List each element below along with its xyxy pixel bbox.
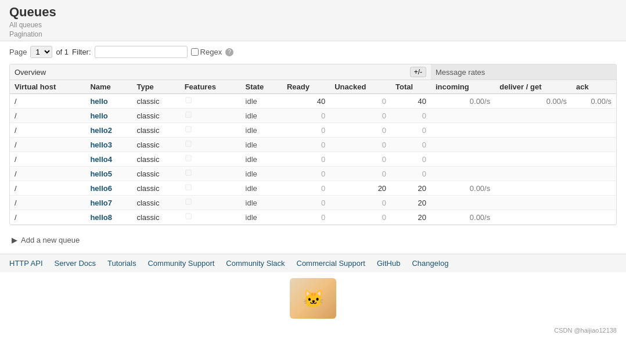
table-row: / hello5 classic idle 0 0 0 <box>10 167 616 181</box>
cell-ready: 0 <box>282 181 330 196</box>
cell-type: classic <box>132 138 179 152</box>
breadcrumb: All queues <box>9 21 617 29</box>
table-row: / hello3 classic idle 0 0 0 <box>10 138 616 152</box>
footer-link[interactable]: HTTP API <box>9 259 43 268</box>
cell-unacked: 0 <box>330 210 391 225</box>
cell-features <box>180 181 241 196</box>
cell-ack <box>571 210 616 225</box>
table-row: / hello classic idle 40 0 40 0.00/s 0.00… <box>10 94 616 109</box>
plus-minus-button[interactable]: +/- <box>410 67 426 77</box>
cell-unacked: 0 <box>330 152 391 167</box>
col-name: Name <box>85 80 132 94</box>
cell-name[interactable]: hello3 <box>85 138 132 152</box>
footer-link[interactable]: Commercial Support <box>297 259 366 268</box>
cell-type: classic <box>132 167 179 181</box>
cell-name[interactable]: hello <box>85 109 132 123</box>
cell-type: classic <box>132 94 179 109</box>
queues-table: Overview +/- Message rates Virtual host … <box>10 64 616 225</box>
cell-features <box>180 210 241 225</box>
cell-total: 0 <box>391 167 431 181</box>
cell-vhost: / <box>10 181 85 196</box>
cell-incoming <box>431 196 495 210</box>
watermark: CSDN @haijiao12138 <box>0 325 626 336</box>
page-select[interactable]: 1 <box>30 46 52 58</box>
help-icon[interactable]: ? <box>225 48 233 56</box>
message-rates-header: Message rates <box>431 64 616 80</box>
cell-type: classic <box>132 181 179 196</box>
cell-features <box>180 123 241 138</box>
cell-ack <box>571 123 616 138</box>
footer-link[interactable]: Server Docs <box>55 259 96 268</box>
cell-ready: 0 <box>282 123 330 138</box>
cell-features <box>180 109 241 123</box>
cell-total: 0 <box>391 123 431 138</box>
cell-unacked: 20 <box>330 181 391 196</box>
col-ack: ack <box>571 80 616 94</box>
footer-link[interactable]: Changelog <box>412 259 448 268</box>
cell-type: classic <box>132 123 179 138</box>
footer-link[interactable]: GitHub <box>377 259 400 268</box>
cell-name[interactable]: hello8 <box>85 210 132 225</box>
regex-label[interactable]: Regex <box>191 48 222 56</box>
filter-input[interactable] <box>95 46 188 58</box>
cell-vhost: / <box>10 210 85 225</box>
page-title: Queues <box>9 5 617 20</box>
cell-name[interactable]: hello <box>85 94 132 109</box>
cell-name[interactable]: hello5 <box>85 167 132 181</box>
cell-deliver-get <box>495 181 571 196</box>
cell-unacked: 0 <box>330 167 391 181</box>
cell-total: 0 <box>391 138 431 152</box>
add-queue-row[interactable]: ▶ Add a new queue <box>9 231 617 249</box>
page-label: Page <box>9 48 27 56</box>
cell-name[interactable]: hello7 <box>85 196 132 210</box>
cell-incoming: 0.00/s <box>431 210 495 225</box>
cell-ready: 0 <box>282 196 330 210</box>
cell-name[interactable]: hello2 <box>85 123 132 138</box>
cell-unacked: 0 <box>330 138 391 152</box>
cell-incoming: 0.00/s <box>431 94 495 109</box>
cell-ack <box>571 152 616 167</box>
table-row: / hello8 classic idle 0 0 20 0.00/s <box>10 210 616 225</box>
cell-total: 20 <box>391 210 431 225</box>
footer-link[interactable]: Community Slack <box>226 259 285 268</box>
overview-header: Overview +/- <box>10 64 431 80</box>
regex-checkbox[interactable] <box>191 48 199 56</box>
cell-incoming <box>431 152 495 167</box>
cell-vhost: / <box>10 167 85 181</box>
col-incoming: incoming <box>431 80 495 94</box>
cell-deliver-get <box>495 109 571 123</box>
cell-state: idle <box>241 138 282 152</box>
cell-unacked: 0 <box>330 196 391 210</box>
cell-incoming <box>431 138 495 152</box>
footer-link[interactable]: Community Support <box>147 259 214 268</box>
cell-type: classic <box>132 196 179 210</box>
cell-ack: 0.00/s <box>571 94 616 109</box>
cell-deliver-get <box>495 210 571 225</box>
of-label: of 1 <box>56 48 69 56</box>
cell-deliver-get <box>495 152 571 167</box>
cell-vhost: / <box>10 152 85 167</box>
cell-deliver-get <box>495 138 571 152</box>
cell-state: idle <box>241 196 282 210</box>
cell-ready: 0 <box>282 210 330 225</box>
cell-state: idle <box>241 167 282 181</box>
footer-link[interactable]: Tutorials <box>107 259 136 268</box>
cell-total: 40 <box>391 94 431 109</box>
col-type: Type <box>132 80 179 94</box>
cell-state: idle <box>241 109 282 123</box>
cell-features <box>180 94 241 109</box>
cell-vhost: / <box>10 123 85 138</box>
cell-ack <box>571 138 616 152</box>
cell-state: idle <box>241 123 282 138</box>
cell-name[interactable]: hello4 <box>85 152 132 167</box>
cell-type: classic <box>132 109 179 123</box>
cell-name[interactable]: hello6 <box>85 181 132 196</box>
table-row: / hello2 classic idle 0 0 0 <box>10 123 616 138</box>
table-row: / hello7 classic idle 0 0 20 <box>10 196 616 210</box>
add-queue-label[interactable]: Add a new queue <box>21 236 80 244</box>
col-state: State <box>241 80 282 94</box>
queues-table-wrapper: Overview +/- Message rates Virtual host … <box>9 64 617 225</box>
cell-deliver-get: 0.00/s <box>495 94 571 109</box>
cell-vhost: / <box>10 109 85 123</box>
cell-features <box>180 196 241 210</box>
